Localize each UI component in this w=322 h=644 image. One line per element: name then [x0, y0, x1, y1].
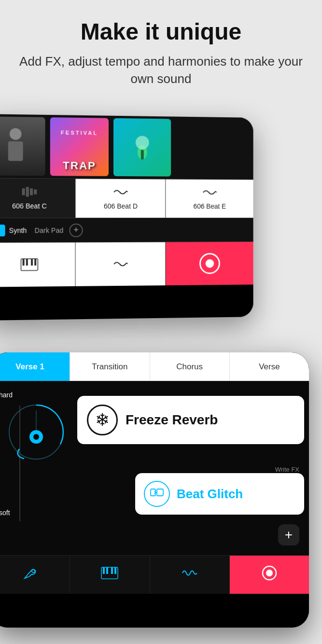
- add-instrument-button[interactable]: +: [69, 224, 83, 237]
- svg-rect-18: [151, 489, 155, 496]
- svg-rect-24: [106, 567, 108, 574]
- glitch-icon-circle: [144, 481, 170, 507]
- svg-point-0: [10, 128, 22, 140]
- tab-verse[interactable]: Verse: [230, 352, 309, 381]
- glitch-icon: [150, 487, 164, 501]
- keyboard-icon: [101, 567, 118, 583]
- svg-rect-25: [111, 567, 113, 574]
- soft-label: soft: [0, 509, 10, 517]
- svg-rect-19: [157, 489, 163, 496]
- device-1-screen: FESTIVAL TRAP: [0, 114, 253, 321]
- beat-e-icon: [202, 187, 217, 201]
- svg-point-17: [33, 434, 39, 440]
- tabs-row: Verse 1 Transition Chorus Verse: [0, 352, 309, 381]
- svg-rect-11: [26, 259, 28, 266]
- svg-rect-4: [141, 150, 144, 159]
- svg-rect-23: [103, 567, 105, 574]
- beat-cell-d[interactable]: 606 Beat D: [76, 179, 166, 218]
- plus-icon: +: [285, 527, 293, 543]
- album-art-1[interactable]: [0, 116, 45, 176]
- page-title: Make it unique: [19, 19, 303, 45]
- album-row: FESTIVAL TRAP: [0, 114, 253, 179]
- festival-text: FESTIVAL: [61, 130, 98, 136]
- svg-rect-7: [30, 188, 33, 195]
- record-button[interactable]: [230, 556, 309, 594]
- freeze-reverb-card[interactable]: ❄ Freeze Reverb: [77, 396, 304, 444]
- beat-cell-2-record[interactable]: [166, 242, 253, 285]
- device-2-phone: Verse 1 Transition Chorus Verse hard sof…: [0, 352, 309, 628]
- plus-fx-button[interactable]: +: [278, 524, 299, 546]
- synth-tag: 3: [0, 224, 5, 236]
- header-section: Make it unique Add FX, adjust tempo and …: [0, 0, 322, 98]
- keyboard-button[interactable]: [70, 556, 150, 594]
- synth-label: Synth: [9, 226, 27, 234]
- tab-transition[interactable]: Transition: [70, 352, 150, 381]
- dark-pad-label: Dark Pad: [35, 226, 63, 234]
- svg-rect-1: [8, 141, 23, 161]
- write-fx-label: Write FX: [275, 466, 299, 473]
- device-2-screen: Verse 1 Transition Chorus Verse hard sof…: [0, 352, 309, 628]
- svg-rect-8: [34, 189, 37, 194]
- svg-rect-6: [26, 187, 29, 196]
- hard-label: hard: [0, 391, 13, 399]
- freeze-reverb-label: Freeze Reverb: [126, 412, 218, 428]
- svg-point-20: [32, 570, 35, 573]
- beat-c-icon: [22, 186, 38, 200]
- beat-d-label: 606 Beat D: [104, 202, 138, 210]
- record-icon: [261, 564, 278, 585]
- beat-cell-2-keys[interactable]: [0, 242, 76, 287]
- svg-rect-12: [31, 259, 33, 266]
- tab-verse1[interactable]: Verse 1: [0, 352, 70, 381]
- beat-cell-2-wave[interactable]: [76, 242, 166, 286]
- tab-chorus[interactable]: Chorus: [150, 352, 230, 381]
- knob-circle[interactable]: [5, 401, 68, 463]
- beat-grid-row2: [0, 241, 253, 287]
- record-circle: [199, 253, 220, 274]
- svg-rect-26: [114, 567, 116, 574]
- beat-glitch-card[interactable]: Beat Glitch: [135, 473, 304, 515]
- beat-cell-e[interactable]: 606 Beat E: [166, 179, 253, 218]
- beat-grid-row1: 606 Beat C 606 Beat D 606 Beat E: [0, 178, 253, 218]
- album-1-image: [0, 116, 45, 176]
- wave-button[interactable]: [150, 556, 230, 594]
- device-1-tablet: FESTIVAL TRAP: [0, 114, 253, 321]
- beat-e-label: 606 Beat E: [194, 202, 226, 210]
- beat-d-icon: [113, 187, 128, 200]
- svg-point-28: [266, 570, 273, 576]
- freeze-icon-circle: ❄: [87, 405, 118, 435]
- guitar-button[interactable]: [0, 556, 70, 594]
- beat-cell-c[interactable]: 606 Beat C: [0, 179, 76, 218]
- svg-rect-10: [23, 259, 25, 266]
- svg-rect-13: [34, 259, 36, 266]
- album-art-3[interactable]: [113, 118, 171, 177]
- svg-rect-5: [22, 188, 25, 195]
- snowflake-icon: ❄: [95, 410, 110, 430]
- album-art-2[interactable]: FESTIVAL TRAP: [50, 117, 109, 176]
- record-dot: [206, 259, 214, 268]
- trap-text: TRAP: [63, 159, 96, 172]
- bottom-toolbar: [0, 555, 309, 594]
- beat-glitch-label: Beat Glitch: [177, 487, 243, 502]
- fx-area: hard soft: [0, 381, 309, 555]
- synth-row: 3 Synth Dark Pad +: [0, 218, 253, 242]
- guitar-icon: [22, 565, 38, 585]
- beat-c-label: 606 Beat C: [12, 202, 47, 210]
- wave-icon: [182, 567, 198, 583]
- page-subtitle: Add FX, adjust tempo and harmonies to ma…: [19, 53, 303, 88]
- svg-point-3: [136, 136, 149, 149]
